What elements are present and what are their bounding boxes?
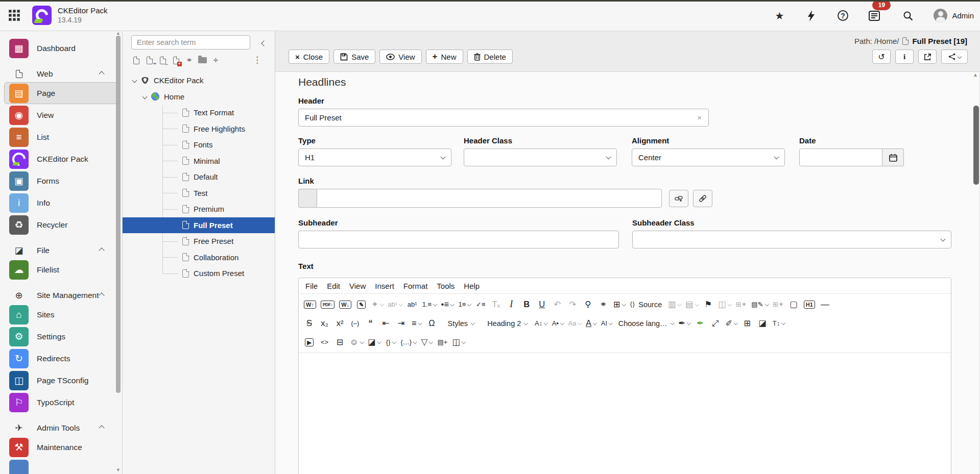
tree-kebab-menu[interactable]: ⋮ [253,54,261,66]
subheader-class-select[interactable] [632,231,951,248]
content-scroll-up-icon[interactable]: ▲ [973,72,978,78]
editor-content-area[interactable] [299,353,951,474]
new-page-icon[interactable] [132,55,140,65]
numbered-list-button[interactable]: 1≡ [457,297,473,312]
date-picker-button[interactable] [882,148,904,166]
text-size-button[interactable]: T↕ [771,316,787,331]
tree-node-custom-preset[interactable]: Custom Preset [123,265,275,282]
find-and-replace-button[interactable]: ⚲ [581,297,595,312]
systemlog-icon[interactable]: 19 [868,10,880,22]
menu-edit[interactable]: Edit [322,282,345,290]
footnote-options-button[interactable]: ab¹ [386,297,404,312]
emoji-button[interactable]: ☺ [348,335,365,350]
tree-node-free-preset[interactable]: Free Preset [123,233,275,250]
new-link-icon[interactable]: ⚭ [185,55,194,65]
link-browser-button[interactable] [693,190,712,207]
merge-field-button[interactable]: {…} [398,335,418,350]
help-icon[interactable]: ? [836,10,849,22]
content-template-button[interactable]: ▤✎ [749,297,770,312]
underline-button[interactable]: U [535,297,549,312]
image-placeholder-button[interactable]: ◪ [366,335,383,350]
menu-view[interactable]: View [345,282,370,290]
sidebar-item-page[interactable]: ▤Page [0,82,122,104]
import-from-word-button[interactable]: W↑ [302,297,318,312]
maximize-button[interactable]: ⤢ [708,316,723,331]
horizontal-line-button[interactable]: — [818,297,832,312]
text-part-language-button[interactable]: Choose lang… [615,316,676,331]
subheader-input[interactable] [305,235,612,244]
code-block-button[interactable]: {} [383,335,398,350]
sidebar-item-page-tsconfig[interactable]: ◫Page TSconfig [0,369,122,391]
sidebar-section-web[interactable]: Web [0,66,122,82]
font-background-color-button[interactable]: A▪ [550,316,566,331]
table-style-button[interactable]: ⊞✶ [734,297,749,312]
table-column-button[interactable]: ▥ [666,297,683,312]
sidebar-scroll-up-icon[interactable]: ▲ [116,31,121,36]
favorites-star-icon[interactable]: ★ [773,10,785,22]
insert-image-button[interactable]: ◪ [755,316,770,331]
search-icon[interactable] [902,10,914,22]
increase-indent-button[interactable]: ⇥ [394,316,409,331]
tree-node-collaboration[interactable]: Collaboration [123,250,275,266]
heading-block-button[interactable]: H1 [802,297,817,312]
export-to-pdf-button[interactable]: PDF↓ [319,297,337,312]
new-folder-icon[interactable] [198,55,207,65]
chevron-down-icon[interactable] [142,94,148,99]
tree-node-full-preset[interactable]: Full Preset [123,217,275,234]
sidebar-item-dashboard[interactable]: ▦Dashboard [0,37,122,59]
sidebar-item-settings[interactable]: ⚙Settings [0,326,122,347]
menu-insert[interactable]: Insert [370,282,399,290]
new-button[interactable]: + New [426,49,463,64]
column-layout-button[interactable]: ◫ [450,335,467,350]
export-to-word-button[interactable]: W↓ [337,297,353,312]
menu-file[interactable]: File [301,282,322,290]
system-status-bolt-icon[interactable] [805,10,817,22]
paste-from-office-button[interactable]: ▤+ [435,335,450,350]
sidebar-item-recycler[interactable]: ♻Recycler [0,214,122,236]
sidebar-section-file[interactable]: ◪File [0,242,122,259]
italic-button[interactable]: I [504,297,519,312]
ai-tools-button[interactable]: AI [599,316,614,331]
sidebar-section-site-management[interactable]: ⊕Site Management [0,287,122,304]
header-class-select[interactable] [464,148,617,166]
modules-grid-icon[interactable] [8,9,21,22]
ai-assistant-button[interactable]: ✎ [354,297,369,312]
funnel-button[interactable]: ▽ [419,335,435,350]
content-scrollbar[interactable] [973,106,979,185]
table-properties-button[interactable]: ⊞ [740,316,755,331]
tree-node-default[interactable]: Default [123,169,275,185]
bold-button[interactable]: B [519,297,534,312]
save-button[interactable]: Save [333,49,375,64]
bookmark-button[interactable]: ⚑ [701,297,715,312]
tree-node-text-format[interactable]: Text Format [123,105,275,121]
tree-search-input[interactable] [131,35,250,49]
close-button[interactable]: × Close [289,49,329,64]
delete-button[interactable]: Delete [467,49,513,64]
chevron-down-icon[interactable] [132,78,137,83]
text-alignment-button[interactable]: ≡ [409,316,424,331]
sidebar-item-view[interactable]: ◉View [0,104,122,126]
new-shortcut-page-icon[interactable]: → [158,55,167,65]
insert-table-button[interactable]: ⊞ [611,297,627,312]
new-divider-icon[interactable]: ÷ [211,55,220,65]
sidebar-item-filelist[interactable]: ☁Filelist [0,259,122,281]
sidebar-item-item[interactable] [0,458,122,474]
todo-list-button[interactable]: ✓≡ [473,297,488,312]
user-menu[interactable]: Admin [934,9,974,22]
special-characters-button[interactable]: Ω [424,316,439,331]
tree-node-premium[interactable]: Premium [123,201,275,217]
menu-help[interactable]: Help [459,282,484,290]
table-template-button[interactable]: ⊞✶ [771,297,786,312]
view-button[interactable]: View [379,49,421,64]
sidebar-scrollbar[interactable] [116,36,121,393]
pen-style-button[interactable]: ✐ [723,316,739,331]
subscript-button[interactable]: x₂ [317,316,332,331]
sidebar-section-admin-tools[interactable]: ✈Admin Tools [0,420,122,436]
highlight-pen-button[interactable]: ✒ [676,316,692,331]
insert-footnote-button[interactable]: ab¹ [405,297,420,312]
sidebar-item-maintenance[interactable]: ⚒Maintenance [0,436,122,458]
ckeditor-pack-logo[interactable] [32,6,52,25]
source-editing-button[interactable]: ⟨⟩Source [628,297,665,312]
html-embed-button[interactable]: <> [317,335,332,350]
undo-button[interactable]: ↶ [550,297,565,312]
